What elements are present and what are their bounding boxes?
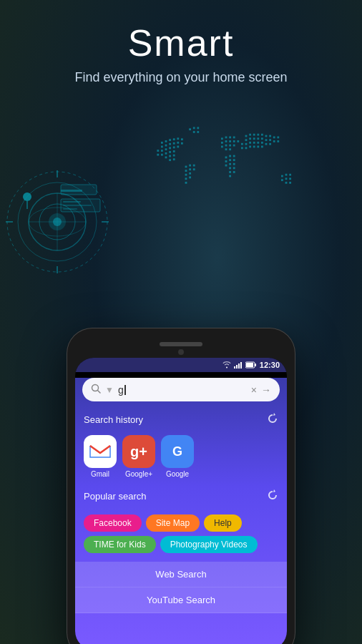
search-divider: ▼ [105, 385, 114, 395]
svg-rect-16 [173, 147, 175, 149]
svg-rect-9 [173, 142, 175, 145]
svg-line-142 [98, 391, 101, 394]
svg-rect-46 [225, 148, 228, 150]
svg-rect-13 [161, 150, 163, 152]
svg-rect-68 [269, 135, 271, 137]
svg-rect-10 [177, 142, 179, 144]
search-go-button[interactable]: → [261, 384, 271, 396]
gplus-label: Google+ [125, 470, 152, 478]
svg-rect-0 [161, 142, 163, 144]
svg-rect-11 [181, 142, 183, 145]
search-clear-button[interactable]: × [251, 384, 257, 396]
svg-rect-18 [157, 154, 159, 156]
search-query[interactable]: g [118, 384, 247, 396]
svg-rect-90 [249, 146, 251, 148]
battery-icon [245, 361, 257, 369]
svg-rect-97 [281, 179, 283, 181]
svg-rect-52 [229, 159, 231, 161]
status-bar: 12:30 [75, 358, 287, 372]
tag-photography-videos[interactable]: Photography Videos [160, 536, 258, 553]
svg-rect-129 [61, 190, 82, 192]
svg-rect-6 [161, 146, 163, 148]
phone-camera [178, 349, 184, 355]
svg-rect-88 [241, 147, 243, 149]
search-history-section: Search history [75, 407, 287, 435]
svg-rect-72 [249, 137, 251, 140]
svg-rect-29 [193, 127, 195, 129]
tag-sitemap[interactable]: Site Map [146, 514, 200, 532]
svg-rect-59 [229, 171, 231, 173]
svg-rect-45 [233, 145, 235, 147]
svg-rect-65 [257, 134, 259, 136]
svg-rect-108 [185, 174, 187, 176]
svg-rect-24 [169, 155, 171, 157]
svg-rect-14 [165, 148, 167, 150]
svg-rect-86 [265, 143, 268, 145]
svg-rect-137 [240, 362, 242, 369]
svg-rect-93 [261, 146, 263, 148]
svg-rect-67 [265, 135, 268, 137]
svg-rect-22 [173, 150, 175, 152]
svg-rect-110 [185, 177, 187, 180]
svg-rect-140 [255, 364, 256, 366]
svg-rect-62 [245, 135, 248, 137]
svg-rect-17 [177, 146, 179, 148]
svg-rect-7 [165, 145, 167, 147]
svg-rect-8 [169, 143, 171, 145]
phone-speaker [160, 342, 202, 346]
svg-rect-51 [225, 160, 228, 162]
svg-rect-81 [245, 143, 248, 145]
svg-rect-103 [189, 165, 191, 167]
svg-rect-98 [285, 177, 288, 180]
tag-help[interactable]: Help [204, 514, 242, 532]
page-title: Smart [0, 21, 362, 64]
gplus-app-icon: g+ [122, 435, 155, 468]
bottom-section: Web Search YouTube Search [75, 562, 287, 613]
google-app-icon: G [161, 435, 194, 468]
svg-rect-66 [261, 134, 263, 136]
search-bar[interactable]: ▼ g × → [82, 378, 280, 401]
web-search-item[interactable]: Web Search [75, 562, 287, 587]
svg-rect-20 [165, 152, 167, 155]
app-item-googleplus[interactable]: g+ Google+ [122, 435, 155, 478]
svg-rect-2 [169, 139, 171, 141]
svg-rect-40 [233, 140, 235, 142]
svg-rect-87 [269, 143, 271, 145]
svg-rect-83 [253, 142, 255, 144]
clear-history-icon[interactable] [267, 413, 278, 426]
svg-rect-35 [229, 137, 231, 139]
phone-screen: ▼ g × → Search history [75, 378, 287, 644]
svg-rect-134 [234, 366, 235, 369]
svg-rect-89 [245, 147, 248, 149]
app-item-gmail[interactable]: Gmail [84, 435, 117, 478]
app-item-google[interactable]: G Google [161, 435, 194, 478]
refresh-icon[interactable] [267, 489, 278, 503]
svg-rect-21 [169, 151, 171, 153]
tag-timeforkids[interactable]: TIME for Kids [84, 536, 156, 553]
search-history-label: Search history [84, 414, 143, 425]
svg-rect-77 [269, 139, 271, 141]
svg-rect-78 [273, 140, 275, 142]
world-map [141, 122, 341, 242]
svg-rect-61 [229, 175, 231, 177]
wifi-icon [222, 361, 231, 369]
svg-rect-43 [225, 145, 228, 147]
svg-rect-4 [177, 137, 179, 140]
svg-rect-37 [221, 142, 223, 144]
svg-rect-84 [257, 142, 259, 144]
youtube-search-item[interactable]: YouTube Search [75, 587, 287, 613]
svg-rect-58 [233, 167, 235, 169]
header-section: Smart Find everything on your home scree… [0, 21, 362, 85]
gmail-label: Gmail [91, 470, 109, 478]
status-time: 12:30 [260, 361, 280, 369]
svg-rect-39 [229, 140, 231, 142]
svg-rect-69 [273, 137, 275, 139]
signal-icon [234, 361, 243, 369]
svg-rect-44 [229, 145, 231, 147]
svg-rect-53 [233, 159, 235, 161]
svg-rect-63 [249, 134, 251, 136]
svg-rect-133 [63, 208, 77, 210]
tag-facebook[interactable]: Facebook [84, 514, 142, 532]
svg-rect-112 [185, 182, 187, 184]
svg-rect-56 [233, 163, 235, 165]
